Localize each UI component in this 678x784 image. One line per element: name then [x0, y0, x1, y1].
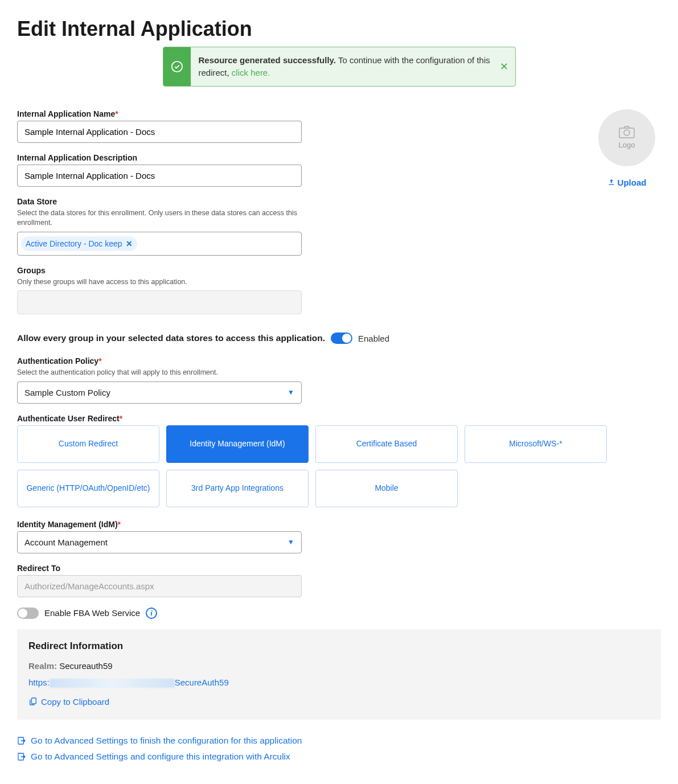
page-title: Edit Internal Application	[17, 17, 661, 41]
svg-point-0	[171, 61, 182, 72]
logo-placeholder: Logo	[598, 109, 655, 166]
field-description: Internal Application Description	[17, 153, 302, 187]
success-alert: Resource generated successfully. To cont…	[163, 47, 516, 87]
redirect-url[interactable]: https:SecureAuth59	[28, 678, 650, 688]
alert-strong: Resource generated successfully.	[199, 55, 336, 65]
nav-link-advanced-settings[interactable]: Go to Advanced Settings to finish the co…	[17, 736, 661, 746]
logo-column: Logo Upload	[593, 109, 661, 189]
close-icon[interactable]: ✕	[500, 61, 508, 72]
redirect-to-label: Redirect To	[17, 564, 661, 573]
svg-rect-3	[31, 698, 36, 704]
upload-button[interactable]: Upload	[607, 178, 647, 187]
fba-row: Enable FBA Web Service i	[17, 608, 661, 619]
check-circle-icon	[163, 47, 191, 86]
url-redacted	[50, 679, 175, 688]
allow-all-label: Allow every group in your selected data …	[17, 333, 325, 343]
allow-all-state: Enabled	[358, 334, 389, 343]
redirect-card-grid: Custom Redirect Identity Management (IdM…	[17, 425, 661, 507]
groups-label: Groups	[17, 266, 302, 275]
info-icon[interactable]: i	[146, 608, 157, 619]
auth-policy-label: Authentication Policy*	[17, 356, 661, 366]
auth-policy-select[interactable]: Sample Custom Policy ▼	[17, 381, 302, 404]
auth-redirect-label: Authenticate User Redirect*	[17, 414, 661, 423]
field-idm: Identity Management (IdM)* Account Manag…	[17, 520, 661, 553]
copy-to-clipboard[interactable]: Copy to Clipboard	[28, 697, 109, 707]
auth-policy-help: Select the authentication policy that wi…	[17, 368, 661, 378]
redirect-card-custom[interactable]: Custom Redirect	[17, 425, 159, 463]
allow-all-toggle[interactable]	[331, 333, 352, 344]
field-name: Internal Application Name*	[17, 109, 302, 143]
redirect-card-microsoft[interactable]: Microsoft/WS-*	[465, 425, 607, 463]
nav-link-arculix[interactable]: Go to Advanced Settings and configure th…	[17, 752, 661, 762]
fba-label: Enable FBA Web Service	[44, 608, 140, 618]
chip-remove-icon[interactable]: ✕	[126, 239, 133, 248]
alert-message: Resource generated successfully. To cont…	[191, 47, 515, 86]
nav-links: Go to Advanced Settings to finish the co…	[17, 736, 661, 762]
exit-icon	[17, 752, 26, 761]
datastore-help: Select the data stores for this enrollme…	[17, 208, 302, 228]
name-label: Internal Application Name*	[17, 109, 302, 118]
allow-all-row: Allow every group in your selected data …	[17, 333, 661, 344]
realm-value: Secureauth59	[59, 661, 112, 671]
info-panel-title: Redirect Information	[28, 641, 650, 652]
alert-link[interactable]: click here.	[232, 68, 270, 77]
clipboard-icon	[28, 697, 38, 706]
field-redirect-to: Redirect To Authorized/ManageAccounts.as…	[17, 564, 661, 597]
redirect-card-idm[interactable]: Identity Management (IdM)	[166, 425, 309, 463]
groups-help: Only these groups will have access to th…	[17, 277, 302, 288]
redirect-info-panel: Redirect Information Realm: Secureauth59…	[17, 629, 661, 720]
field-auth-redirect: Authenticate User Redirect* Custom Redir…	[17, 414, 661, 507]
field-auth-policy: Authentication Policy* Select the authen…	[17, 356, 661, 404]
chevron-down-icon: ▼	[287, 388, 294, 396]
redirect-to-input: Authorized/ManageAccounts.aspx	[17, 575, 302, 597]
description-input[interactable]	[17, 165, 302, 187]
datastore-label: Data Store	[17, 197, 302, 206]
redirect-card-generic[interactable]: Generic (HTTP/OAuth/OpenID/etc)	[17, 470, 159, 507]
field-groups: Groups Only these groups will have acces…	[17, 266, 302, 315]
exit-icon	[17, 736, 26, 745]
field-datastore: Data Store Select the data stores for th…	[17, 197, 302, 256]
redirect-card-3rdparty[interactable]: 3rd Party App Integrations	[166, 470, 309, 507]
idm-label: Identity Management (IdM)*	[17, 520, 661, 529]
fba-toggle[interactable]	[17, 608, 39, 619]
realm-label: Realm:	[28, 661, 57, 671]
chevron-down-icon: ▼	[287, 538, 294, 546]
camera-icon	[619, 126, 635, 138]
datastore-chip: Active Directory - Doc keep ✕	[21, 236, 137, 251]
upload-icon	[607, 178, 615, 186]
svg-point-2	[624, 130, 630, 136]
datastore-input[interactable]: Active Directory - Doc keep ✕	[17, 232, 302, 256]
name-input[interactable]	[17, 121, 302, 143]
idm-select[interactable]: Account Management ▼	[17, 531, 302, 553]
redirect-card-certificate[interactable]: Certificate Based	[315, 425, 458, 463]
groups-input[interactable]	[17, 290, 302, 314]
redirect-card-mobile[interactable]: Mobile	[315, 470, 458, 507]
description-label: Internal Application Description	[17, 153, 302, 162]
